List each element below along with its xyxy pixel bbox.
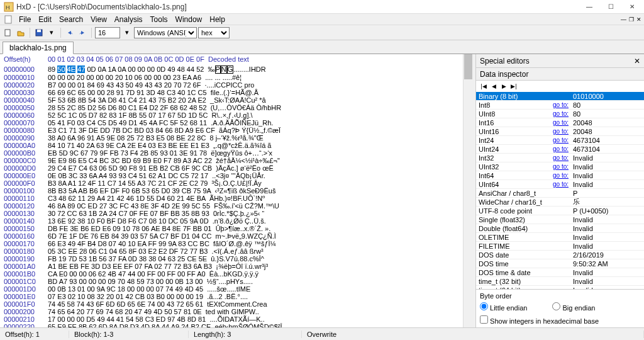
goto-link[interactable]: go to: xyxy=(553,128,570,135)
mdi-restore-button[interactable]: ❐ xyxy=(628,16,635,23)
hex-row[interactable]: 0000013030 72 CC 63 1B 2A 24 C7 0F FE 07… xyxy=(4,210,459,217)
menu-file[interactable]: File xyxy=(15,14,35,25)
nav-first-icon[interactable]: |◀ xyxy=(479,82,489,91)
hex-row[interactable]: 000001606D 7E 1F DE 76 EB 84 39 03 57 5A… xyxy=(4,232,459,240)
hex-row[interactable]: 000001C0BD A7 93 00 00 00 09 70 48 59 73… xyxy=(4,278,459,285)
hex-row[interactable]: 0000012046 8A 89 0C ED 27 3C FC 43 8E 3F… xyxy=(4,202,459,210)
hex-row[interactable]: 000001A0A1 BE EB FE 3D D3 EE EF 07 FA 02… xyxy=(4,263,459,270)
inspector-row[interactable]: FILETIMEInvalid xyxy=(476,242,644,251)
hex-row[interactable]: 000001F074 45 58 74 43 6F 6D 6D 65 6E 74… xyxy=(4,300,459,308)
menu-edit[interactable]: Edit xyxy=(35,14,55,25)
inspector-row[interactable]: Single (float32)Invalid xyxy=(476,215,644,224)
hex-row[interactable]: 000000E00E 0B 3C 33 6A A4 93 93 C4 51 62… xyxy=(4,172,459,179)
redo-button[interactable] xyxy=(77,27,88,38)
hex-row[interactable]: 0000001000 00 00 20 00 00 00 20 10 06 00… xyxy=(4,74,459,81)
inspector-row[interactable]: Binary (8 bit)01010000 xyxy=(476,92,644,101)
hex-row[interactable]: 0000018005 3C EE 28 06 C1 04 65 8F 03 E2… xyxy=(4,247,459,255)
file-tab[interactable]: blackhalo-1s.png xyxy=(3,42,74,54)
hex-row[interactable]: 0000006052 5C 1C 05 D7 82 83 1F 8B 55 07… xyxy=(4,111,459,119)
goto-link[interactable]: go to: xyxy=(553,137,570,144)
data-inspector[interactable]: Binary (8 bit)01010000Int8go to:80UInt8g… xyxy=(476,92,644,289)
hex-row[interactable]: 000000405F 53 6B 8B 54 3A D8 41 C4 21 43… xyxy=(4,96,459,104)
hex-row[interactable]: 0000017066 E3 49 4F B4 D8 07 40 10 EA FF… xyxy=(4,240,459,247)
minimize-button[interactable]: — xyxy=(579,1,600,13)
hex-row[interactable]: 0000020074 65 64 20 77 69 74 68 20 47 49… xyxy=(4,308,459,315)
hex-row[interactable]: 000001D000 0B 13 01 00 9A 9C 18 00 00 00… xyxy=(4,285,459,293)
new-button[interactable] xyxy=(3,27,14,38)
hex-row[interactable]: 0000021017 00 00 00 D5 49 44 41 54 58 C3… xyxy=(4,315,459,323)
vertical-scrollbar[interactable] xyxy=(463,54,473,327)
hex-row[interactable]: 000000D029 C4 E7 C4 63 06 5D 90 F8 91 EB… xyxy=(4,164,459,172)
menu-analysis[interactable]: Analysis xyxy=(111,14,147,25)
inspector-row[interactable]: Int24go to:4673104 xyxy=(476,136,644,145)
inspector-row[interactable]: UInt64go to:Invalid xyxy=(476,180,644,189)
inspector-row[interactable]: Int16go to:20048 xyxy=(476,118,644,127)
inspector-row[interactable]: Int64go to:Invalid xyxy=(476,171,644,180)
charset-select[interactable]: Windows (ANSI) xyxy=(134,27,197,38)
hex-row[interactable]: 0000009038 A0 6A 96 91 A5 9E 08 25 72 B3… xyxy=(4,134,459,142)
hex-row[interactable]: 0000007005 41 F0 03 C4 C5 D5 49 D1 45 4A… xyxy=(4,119,459,127)
hex-row[interactable]: 00000190FB 19 7D 53 1B 56 37 FA 0D 38 38… xyxy=(4,255,459,263)
inspector-row[interactable]: OLETIMEInvalid xyxy=(476,233,644,242)
hex-row[interactable]: 000000A084 10 71 40 2A 63 9E CA 2E E4 03… xyxy=(4,142,459,149)
mdi-minimize-button[interactable]: — xyxy=(619,16,628,23)
nav-last-icon[interactable]: ▶| xyxy=(509,82,519,91)
menu-window[interactable]: Window xyxy=(172,14,206,25)
open-button[interactable] xyxy=(15,27,26,38)
hex-editor[interactable]: Offset(h)00 01 02 03 04 05 06 07 08 09 0… xyxy=(0,54,463,327)
bytes-per-row-input[interactable] xyxy=(95,27,120,38)
inspector-row[interactable]: Int32go to:Invalid xyxy=(476,154,644,162)
inspector-row[interactable]: Int8go to:80 xyxy=(476,101,644,110)
hex-row[interactable]: 0000000089 50 4E 47 0D 0A 1A 0A 00 00 00… xyxy=(4,65,459,74)
view-type-select[interactable]: hex xyxy=(198,27,230,38)
hex-row[interactable]: 0000003066 69 6C 65 00 00 28 91 7D 91 3D… xyxy=(4,89,459,96)
goto-link[interactable]: go to: xyxy=(553,181,570,188)
inspector-row[interactable]: DOS date2/16/2019 xyxy=(476,251,644,259)
hex-row[interactable]: 000001E007 E3 02 10 08 32 20 01 42 CB 03… xyxy=(4,293,459,300)
goto-link[interactable]: go to: xyxy=(553,101,570,108)
inspector-row[interactable]: UInt8go to:80 xyxy=(476,110,644,118)
inspector-row[interactable]: DOS time & dateInvalid xyxy=(476,268,644,277)
save-dropdown-button[interactable]: ▾ xyxy=(46,27,57,38)
inspector-row[interactable]: time_t (32 bit)Invalid xyxy=(476,277,644,286)
inspector-row[interactable]: UTF-8 code pointP (U+0050) xyxy=(476,207,644,215)
nav-next-icon[interactable]: ▶ xyxy=(499,82,509,91)
goto-link[interactable]: go to: xyxy=(553,119,570,126)
inspector-row[interactable]: UInt32go to:Invalid xyxy=(476,162,644,171)
goto-link[interactable]: go to: xyxy=(553,145,570,152)
menu-view[interactable]: View xyxy=(87,14,111,25)
bytes-per-row-dropdown[interactable]: ▾ xyxy=(121,27,133,38)
inspector-row[interactable]: AnsiChar / char8_tP xyxy=(476,189,644,198)
hex-row[interactable]: 0000014013 6E 92 38 10 F0 BF D8 F6 C7 08… xyxy=(4,217,459,225)
hex-row[interactable]: 000000B0EB 5D 9C 67 79 9F FB 73 F4 2B 85… xyxy=(4,149,459,157)
goto-link[interactable]: go to: xyxy=(553,154,570,161)
hex-row[interactable]: 00000020B7 00 00 01 84 69 43 43 50 49 43… xyxy=(4,81,459,89)
inspector-row[interactable]: WideChar / char16_t乐 xyxy=(476,198,644,207)
goto-link[interactable]: go to: xyxy=(553,110,570,117)
close-button[interactable]: ✕ xyxy=(621,1,643,13)
hex-row[interactable]: 00000080E3 C1 71 3F DE DD 7B DC BD 03 84… xyxy=(4,127,459,134)
maximize-button[interactable]: ☐ xyxy=(600,1,621,13)
menu-tools[interactable]: Tools xyxy=(147,14,172,25)
hex-row[interactable]: 000001B0CA E0 00 00 06 62 4B 47 44 00 FF… xyxy=(4,270,459,278)
inspector-row[interactable]: UInt24go to:4673104 xyxy=(476,145,644,154)
show-hex-checkbox[interactable]: Show integers in hexadecimal base xyxy=(480,315,640,325)
hex-row[interactable]: 0000022065 E9 FE 8B 62 6D 8A D8 D3 4D 8A… xyxy=(4,323,459,327)
hex-row[interactable]: 000000F0B3 8A A1 12 4F 11 C7 14 55 A3 7C… xyxy=(4,179,459,187)
hex-row[interactable]: 00000150DB FE 3E B6 ED E6 09 10 78 06 AE… xyxy=(4,225,459,232)
undo-button[interactable] xyxy=(64,27,75,38)
goto-link[interactable]: go to: xyxy=(553,172,570,179)
hex-row[interactable]: 000000C09E E9 86 E5 C4 BC 3C BD 69 B9 E0… xyxy=(4,157,459,164)
menu-search[interactable]: Search xyxy=(55,14,87,25)
inspector-row[interactable]: Double (float64)Invalid xyxy=(476,224,644,233)
save-button[interactable] xyxy=(33,27,45,38)
nav-prev-icon[interactable]: ◀ xyxy=(489,82,499,91)
hex-row[interactable]: 00000110C3 48 62 11 29 A4 21 42 46 1D 55… xyxy=(4,195,459,202)
big-endian-radio[interactable]: Big endian xyxy=(552,302,595,312)
menu-help[interactable]: Help xyxy=(206,14,229,25)
little-endian-radio[interactable]: Little endian xyxy=(480,302,527,312)
inspector-row[interactable]: DOS time9:50:32 AM xyxy=(476,259,644,268)
goto-link[interactable]: go to: xyxy=(553,163,570,170)
mdi-close-button[interactable]: ✕ xyxy=(635,16,643,23)
hex-row[interactable]: 000001008B B3 5A AB B6 EF DF F0 6B 53 65… xyxy=(4,187,459,195)
